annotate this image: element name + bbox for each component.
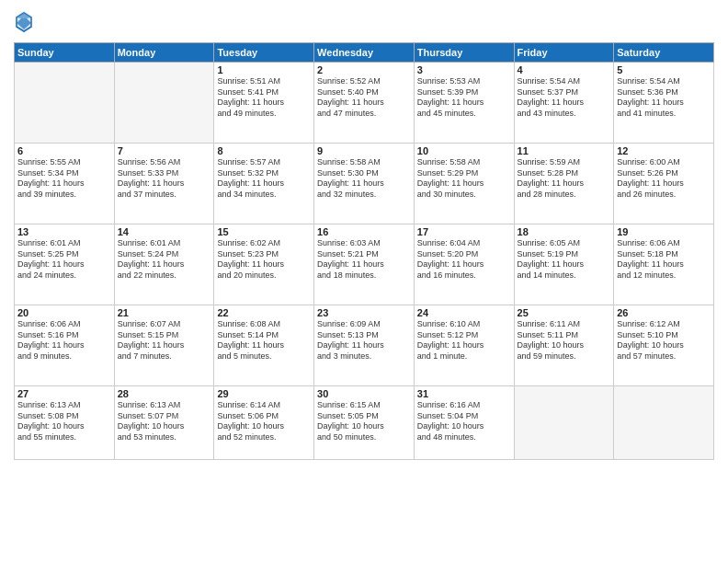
cell-info: Sunrise: 5:56 AM Sunset: 5:33 PM Dayligh… <box>118 157 211 201</box>
cell-info: Sunrise: 5:59 AM Sunset: 5:28 PM Dayligh… <box>518 157 611 201</box>
calendar-cell: 20Sunrise: 6:06 AM Sunset: 5:16 PM Dayli… <box>15 305 115 386</box>
day-number: 10 <box>417 145 511 156</box>
weekday-header-sunday: Sunday <box>15 43 115 63</box>
day-number: 18 <box>518 226 611 237</box>
calendar-cell: 4Sunrise: 5:54 AM Sunset: 5:37 PM Daylig… <box>514 63 614 144</box>
cell-info: Sunrise: 5:52 AM Sunset: 5:40 PM Dayligh… <box>317 76 411 120</box>
calendar-cell: 22Sunrise: 6:08 AM Sunset: 5:14 PM Dayli… <box>214 305 314 386</box>
calendar-cell: 30Sunrise: 6:15 AM Sunset: 5:05 PM Dayli… <box>314 386 415 460</box>
day-number: 28 <box>118 388 211 399</box>
calendar-cell: 6Sunrise: 5:55 AM Sunset: 5:34 PM Daylig… <box>15 144 115 224</box>
cell-info: Sunrise: 6:16 AM Sunset: 5:04 PM Dayligh… <box>417 400 511 443</box>
day-number: 16 <box>317 226 411 237</box>
day-number: 8 <box>217 145 311 156</box>
calendar-cell <box>15 63 115 144</box>
calendar-row-1: 1Sunrise: 5:51 AM Sunset: 5:41 PM Daylig… <box>15 63 714 144</box>
cell-info: Sunrise: 6:10 AM Sunset: 5:12 PM Dayligh… <box>417 319 511 362</box>
cell-info: Sunrise: 6:02 AM Sunset: 5:23 PM Dayligh… <box>217 238 311 282</box>
cell-info: Sunrise: 5:58 AM Sunset: 5:29 PM Dayligh… <box>417 157 511 201</box>
calendar-cell: 11Sunrise: 5:59 AM Sunset: 5:28 PM Dayli… <box>514 144 614 224</box>
calendar-cell: 19Sunrise: 6:06 AM Sunset: 5:18 PM Dayli… <box>614 224 714 305</box>
cell-info: Sunrise: 6:03 AM Sunset: 5:21 PM Dayligh… <box>317 238 411 282</box>
day-number: 12 <box>617 145 711 156</box>
day-number: 3 <box>417 64 511 75</box>
day-number: 4 <box>518 64 611 75</box>
calendar-cell: 17Sunrise: 6:04 AM Sunset: 5:20 PM Dayli… <box>414 224 514 305</box>
cell-info: Sunrise: 6:15 AM Sunset: 5:05 PM Dayligh… <box>317 400 411 443</box>
cell-info: Sunrise: 5:54 AM Sunset: 5:36 PM Dayligh… <box>617 76 711 120</box>
calendar-row-2: 6Sunrise: 5:55 AM Sunset: 5:34 PM Daylig… <box>15 144 714 224</box>
weekday-header-saturday: Saturday <box>614 43 714 63</box>
page: SundayMondayTuesdayWednesdayThursdayFrid… <box>0 0 728 563</box>
cell-info: Sunrise: 6:08 AM Sunset: 5:14 PM Dayligh… <box>217 319 311 362</box>
day-number: 11 <box>518 145 611 156</box>
cell-info: Sunrise: 5:55 AM Sunset: 5:34 PM Dayligh… <box>17 157 111 201</box>
calendar-cell: 10Sunrise: 5:58 AM Sunset: 5:29 PM Dayli… <box>414 144 514 224</box>
calendar-cell: 8Sunrise: 5:57 AM Sunset: 5:32 PM Daylig… <box>214 144 314 224</box>
day-number: 19 <box>617 226 711 237</box>
cell-info: Sunrise: 6:04 AM Sunset: 5:20 PM Dayligh… <box>417 238 511 282</box>
calendar-row-3: 13Sunrise: 6:01 AM Sunset: 5:25 PM Dayli… <box>15 224 714 305</box>
day-number: 30 <box>317 388 411 399</box>
calendar-cell: 3Sunrise: 5:53 AM Sunset: 5:39 PM Daylig… <box>414 63 514 144</box>
cell-info: Sunrise: 6:01 AM Sunset: 5:24 PM Dayligh… <box>118 238 211 282</box>
weekday-header-monday: Monday <box>114 43 214 63</box>
calendar-cell: 14Sunrise: 6:01 AM Sunset: 5:24 PM Dayli… <box>114 224 214 305</box>
day-number: 15 <box>217 226 311 237</box>
weekday-header-thursday: Thursday <box>414 43 514 63</box>
cell-info: Sunrise: 6:05 AM Sunset: 5:19 PM Dayligh… <box>518 238 611 282</box>
cell-info: Sunrise: 5:58 AM Sunset: 5:30 PM Dayligh… <box>317 157 411 201</box>
cell-info: Sunrise: 6:13 AM Sunset: 5:08 PM Dayligh… <box>17 400 111 443</box>
day-number: 31 <box>417 388 511 399</box>
cell-info: Sunrise: 6:07 AM Sunset: 5:15 PM Dayligh… <box>118 319 211 362</box>
cell-info: Sunrise: 6:06 AM Sunset: 5:16 PM Dayligh… <box>17 319 111 362</box>
day-number: 9 <box>317 145 411 156</box>
day-number: 29 <box>217 388 311 399</box>
cell-info: Sunrise: 6:14 AM Sunset: 5:06 PM Dayligh… <box>217 400 311 443</box>
calendar-cell: 26Sunrise: 6:12 AM Sunset: 5:10 PM Dayli… <box>614 305 714 386</box>
cell-info: Sunrise: 5:54 AM Sunset: 5:37 PM Dayligh… <box>518 76 611 120</box>
calendar-cell: 21Sunrise: 6:07 AM Sunset: 5:15 PM Dayli… <box>114 305 214 386</box>
day-number: 25 <box>518 307 611 318</box>
cell-info: Sunrise: 6:01 AM Sunset: 5:25 PM Dayligh… <box>17 238 111 282</box>
calendar-cell: 7Sunrise: 5:56 AM Sunset: 5:33 PM Daylig… <box>114 144 214 224</box>
calendar-cell: 28Sunrise: 6:13 AM Sunset: 5:07 PM Dayli… <box>114 386 214 460</box>
day-number: 14 <box>118 226 211 237</box>
cell-info: Sunrise: 6:09 AM Sunset: 5:13 PM Dayligh… <box>317 319 411 362</box>
weekday-header-wednesday: Wednesday <box>314 43 415 63</box>
weekday-header-row: SundayMondayTuesdayWednesdayThursdayFrid… <box>15 43 714 63</box>
day-number: 20 <box>17 307 111 318</box>
calendar-cell: 9Sunrise: 5:58 AM Sunset: 5:30 PM Daylig… <box>314 144 415 224</box>
calendar-row-4: 20Sunrise: 6:06 AM Sunset: 5:16 PM Dayli… <box>15 305 714 386</box>
calendar-table: SundayMondayTuesdayWednesdayThursdayFrid… <box>14 42 714 460</box>
cell-info: Sunrise: 6:00 AM Sunset: 5:26 PM Dayligh… <box>617 157 711 201</box>
calendar-cell: 23Sunrise: 6:09 AM Sunset: 5:13 PM Dayli… <box>314 305 415 386</box>
calendar-cell: 13Sunrise: 6:01 AM Sunset: 5:25 PM Dayli… <box>15 224 115 305</box>
day-number: 26 <box>617 307 711 318</box>
calendar-cell <box>114 63 214 144</box>
day-number: 2 <box>317 64 411 75</box>
cell-info: Sunrise: 6:12 AM Sunset: 5:10 PM Dayligh… <box>617 319 711 362</box>
logo-icon <box>14 9 34 35</box>
calendar-cell: 2Sunrise: 5:52 AM Sunset: 5:40 PM Daylig… <box>314 63 415 144</box>
day-number: 27 <box>17 388 111 399</box>
cell-info: Sunrise: 5:57 AM Sunset: 5:32 PM Dayligh… <box>217 157 311 201</box>
day-number: 7 <box>118 145 211 156</box>
calendar-cell: 27Sunrise: 6:13 AM Sunset: 5:08 PM Dayli… <box>15 386 115 460</box>
calendar-cell <box>614 386 714 460</box>
calendar-cell: 29Sunrise: 6:14 AM Sunset: 5:06 PM Dayli… <box>214 386 314 460</box>
day-number: 23 <box>317 307 411 318</box>
day-number: 22 <box>217 307 311 318</box>
cell-info: Sunrise: 6:13 AM Sunset: 5:07 PM Dayligh… <box>118 400 211 443</box>
logo <box>14 9 38 35</box>
day-number: 5 <box>617 64 711 75</box>
calendar-row-5: 27Sunrise: 6:13 AM Sunset: 5:08 PM Dayli… <box>15 386 714 460</box>
calendar-cell: 18Sunrise: 6:05 AM Sunset: 5:19 PM Dayli… <box>514 224 614 305</box>
calendar-cell: 24Sunrise: 6:10 AM Sunset: 5:12 PM Dayli… <box>414 305 514 386</box>
day-number: 1 <box>217 64 311 75</box>
day-number: 21 <box>118 307 211 318</box>
calendar-cell: 12Sunrise: 6:00 AM Sunset: 5:26 PM Dayli… <box>614 144 714 224</box>
calendar-cell: 16Sunrise: 6:03 AM Sunset: 5:21 PM Dayli… <box>314 224 415 305</box>
calendar-cell: 31Sunrise: 6:16 AM Sunset: 5:04 PM Dayli… <box>414 386 514 460</box>
calendar-cell: 1Sunrise: 5:51 AM Sunset: 5:41 PM Daylig… <box>214 63 314 144</box>
